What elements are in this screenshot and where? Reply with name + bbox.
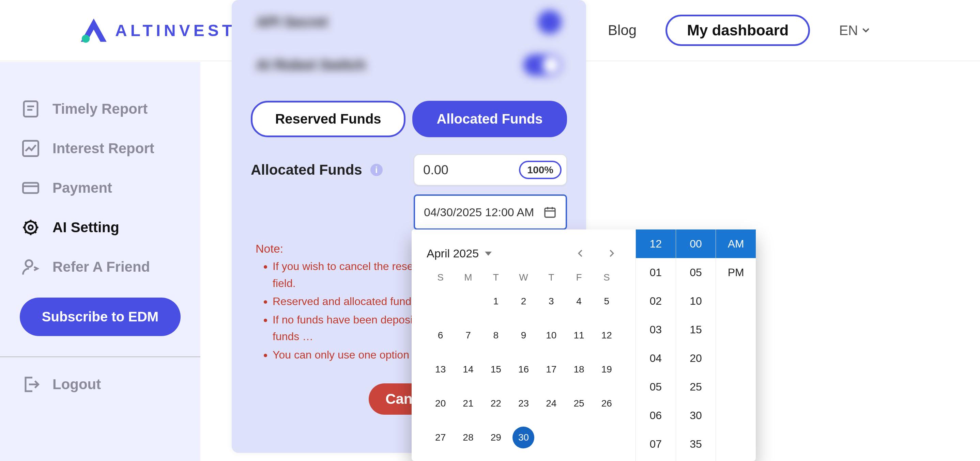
dow: M [454,272,482,283]
calendar-day[interactable]: 10 [541,325,562,346]
calendar-day[interactable]: 14 [457,358,479,380]
prev-month-button[interactable] [571,244,589,263]
sidebar-item-refer-friend[interactable]: Refer A Friend [0,247,200,287]
ai-robot-switch-row-blurred: AI Robot Switch [232,44,586,86]
calendar-day[interactable]: 23 [512,393,534,414]
month-nav [571,244,620,263]
funds-tabs: Reserved Funds Allocated Funds [251,101,567,137]
time-pane: 1201020304050607 0005101520253035 AMPM [636,230,756,461]
mins-option[interactable]: 35 [676,430,716,458]
sidebar-item-label: Refer A Friend [52,259,150,275]
calendar-day[interactable]: 8 [485,325,507,346]
api-secret-row-blurred: API Secret [232,0,586,44]
sidebar-item-logout[interactable]: Logout [0,357,200,412]
calendar-day[interactable]: 28 [457,427,479,448]
mins-option[interactable]: 15 [676,315,716,344]
calendar-day[interactable]: 16 [512,358,534,380]
hours-column[interactable]: 1201020304050607 [636,230,676,461]
calendar-day[interactable]: 17 [541,358,562,380]
ampm-column[interactable]: AMPM [716,230,756,461]
mins-option[interactable]: 05 [676,258,716,287]
calendar-icon[interactable] [543,205,557,219]
datetime-input[interactable]: 04/30/2025 12:00 AM [414,195,567,230]
allocated-funds-row: Allocated Funds i 0.00 100% [251,154,567,185]
calendar-day[interactable]: 3 [541,290,562,312]
calendar-day[interactable]: 20 [430,393,452,414]
mins-option[interactable]: 00 [676,230,716,258]
sidebar-item-label: AI Setting [52,219,119,236]
datetime-picker: April 2025 S M T W T F S 123456789101112… [412,230,756,461]
calendar-day[interactable]: 1 [485,290,507,312]
logo[interactable]: ALTINVEST [78,17,235,44]
ampm-option[interactable]: PM [716,258,756,287]
hours-option[interactable]: 03 [636,315,676,344]
calendar-day [457,290,479,312]
sidebar-item-payment[interactable]: Payment [0,168,200,208]
gear-icon [21,217,41,238]
calendar-day[interactable]: 27 [430,427,452,448]
mins-option[interactable]: 10 [676,287,716,315]
calendar-day[interactable]: 4 [568,290,590,312]
toggle-switch[interactable] [523,54,562,76]
hours-option[interactable]: 12 [636,230,676,258]
svg-point-17 [25,260,32,267]
calendar-day[interactable]: 9 [512,325,534,346]
calendar-day[interactable]: 13 [430,358,452,380]
sidebar-item-label: Logout [52,376,101,393]
hours-option[interactable]: 05 [636,372,676,401]
month-select[interactable]: April 2025 [426,247,492,260]
calendar-day[interactable]: 15 [485,358,507,380]
my-dashboard-button[interactable]: My dashboard [665,15,810,46]
calendar-day[interactable]: 12 [596,325,617,346]
allocated-funds-label: Allocated Funds [251,162,362,178]
calendar-day[interactable]: 21 [457,393,479,414]
dow: T [538,272,565,283]
sidebar: Timely Report Interest Report Payment AI… [0,62,200,461]
dow: F [565,272,593,283]
mins-option[interactable]: 20 [676,344,716,372]
calendar-day[interactable]: 2 [512,290,534,312]
allocated-funds-input[interactable]: 0.00 100% [414,154,567,185]
calendar-day[interactable]: 6 [430,325,452,346]
mins-option[interactable]: 30 [676,401,716,430]
dow: S [426,272,454,283]
minutes-column[interactable]: 0005101520253035 [676,230,716,461]
mins-option[interactable]: 25 [676,372,716,401]
calendar-day[interactable]: 22 [485,393,507,414]
calendar-day [568,427,590,448]
calendar-day[interactable]: 29 [485,427,507,448]
next-month-button[interactable] [603,244,620,263]
sidebar-item-label: Timely Report [52,101,148,117]
calendar-day[interactable]: 19 [596,358,617,380]
info-icon[interactable]: i [371,164,383,176]
hours-option[interactable]: 07 [636,430,676,458]
hours-option[interactable]: 01 [636,258,676,287]
calendar-day[interactable]: 7 [457,325,479,346]
sidebar-item-ai-setting[interactable]: AI Setting [0,208,200,247]
hours-option[interactable]: 04 [636,344,676,372]
calendar-day[interactable]: 5 [596,290,617,312]
dropdown-triangle-icon [485,252,492,256]
subscribe-edm-button[interactable]: Subscribe to EDM [20,298,181,336]
ampm-option[interactable]: AM [716,230,756,258]
sidebar-item-timely-report[interactable]: Timely Report [0,89,200,129]
language-select[interactable]: EN [839,23,871,38]
tab-allocated-funds[interactable]: Allocated Funds [412,101,567,137]
calendar-day[interactable]: 25 [568,393,590,414]
tab-reserved-funds[interactable]: Reserved Funds [251,101,406,137]
calendar-day[interactable]: 11 [568,325,590,346]
calendar-day[interactable]: 26 [596,393,617,414]
percent-chip[interactable]: 100% [519,161,562,179]
hours-option[interactable]: 02 [636,287,676,315]
info-dot-icon [538,10,562,34]
calendar-day[interactable]: 24 [541,393,562,414]
date-row: 04/30/2025 12:00 AM [251,195,567,230]
sidebar-item-interest-report[interactable]: Interest Report [0,129,200,168]
dow: W [510,272,538,283]
allocated-funds-value: 0.00 [423,163,519,177]
calendar-day[interactable]: 18 [568,358,590,380]
hours-option[interactable]: 06 [636,401,676,430]
credit-card-icon [21,178,41,198]
calendar-day[interactable]: 30 [512,427,534,448]
nav-blog[interactable]: Blog [608,22,636,38]
